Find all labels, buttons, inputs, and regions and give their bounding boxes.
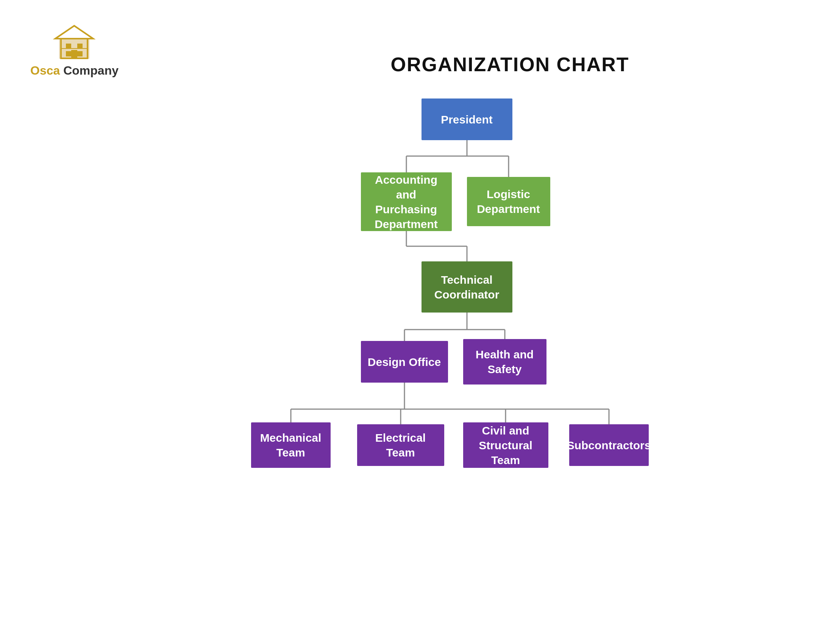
svg-rect-6 (77, 51, 83, 57)
svg-rect-5 (66, 51, 71, 57)
page-title: ORGANIZATION CHART (391, 53, 629, 76)
svg-rect-4 (77, 44, 83, 49)
box-electrical: Electrical Team (357, 424, 444, 466)
svg-rect-3 (66, 44, 71, 49)
box-design: Design Office (361, 341, 448, 383)
box-logistic: Logistic Department (467, 177, 550, 226)
box-technical: Technical Coordinator (421, 261, 512, 313)
box-mechanical: Mechanical Team (251, 422, 331, 468)
logo-text: Osca Company (30, 64, 118, 78)
box-president: President (421, 98, 512, 140)
company-logo-icon (52, 23, 97, 61)
logo-area: Osca Company (30, 23, 118, 78)
svg-rect-7 (71, 50, 77, 58)
box-subcontractors: Subcontractors (569, 424, 649, 466)
box-accounting: Accounting and Purchasing Department (361, 172, 452, 231)
svg-marker-2 (55, 26, 93, 39)
box-health: Health and Safety (463, 339, 547, 385)
box-civil: Civil and Structural Team (463, 422, 548, 468)
